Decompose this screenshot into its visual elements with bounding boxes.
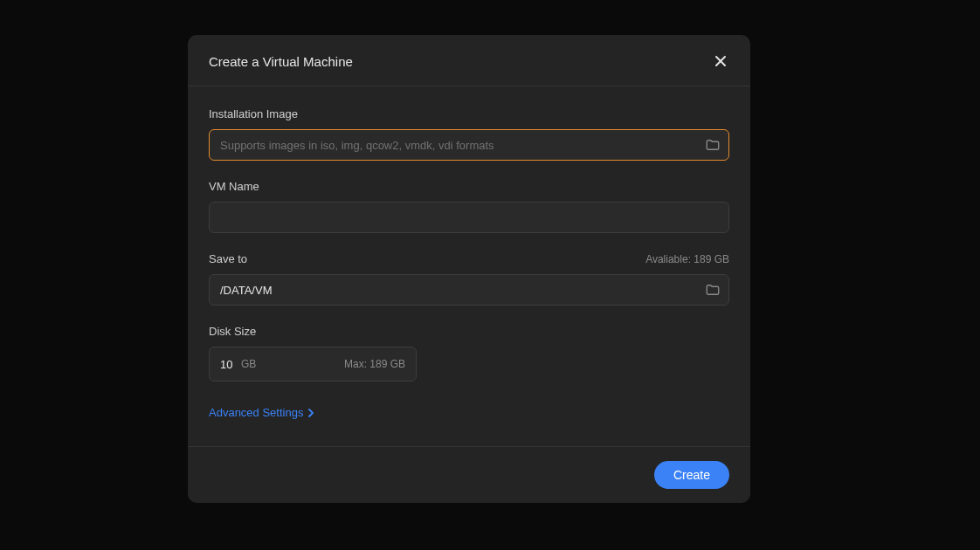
save-to-label: Save to	[209, 252, 247, 265]
disk-size-max: Max: 189 GB	[344, 358, 405, 370]
disk-size-label: Disk Size	[209, 325, 256, 338]
advanced-settings-link[interactable]: Advanced Settings	[209, 406, 315, 419]
install-image-group: Installation Image	[209, 107, 729, 161]
install-image-input[interactable]	[209, 129, 729, 161]
vm-name-input[interactable]	[209, 202, 729, 233]
install-image-label: Installation Image	[209, 107, 298, 120]
save-to-input[interactable]	[209, 274, 729, 306]
advanced-settings-label: Advanced Settings	[209, 406, 303, 419]
close-button[interactable]	[712, 52, 729, 70]
disk-size-group: Disk Size GB Max: 189 GB	[209, 325, 729, 382]
create-button[interactable]: Create	[654, 461, 729, 489]
vm-name-group: VM Name	[209, 180, 729, 233]
modal-header: Create a Virtual Machine	[188, 35, 750, 86]
save-to-group: Save to Avaliable: 189 GB	[209, 252, 729, 306]
disk-size-unit: GB	[241, 358, 256, 370]
available-space: Avaliable: 189 GB	[645, 253, 729, 265]
folder-icon	[705, 137, 721, 153]
modal-footer: Create	[188, 446, 750, 503]
disk-size-field: GB Max: 189 GB	[209, 347, 417, 382]
save-to-browse-button[interactable]	[705, 282, 721, 298]
folder-icon	[705, 282, 721, 298]
modal-body: Installation Image VM Name Save to	[188, 86, 750, 446]
modal-title: Create a Virtual Machine	[209, 54, 353, 69]
create-vm-modal: Create a Virtual Machine Installation Im…	[188, 35, 750, 503]
vm-name-label: VM Name	[209, 180, 259, 193]
install-image-browse-button[interactable]	[705, 137, 721, 153]
close-icon	[714, 55, 727, 67]
chevron-right-icon	[307, 409, 315, 417]
